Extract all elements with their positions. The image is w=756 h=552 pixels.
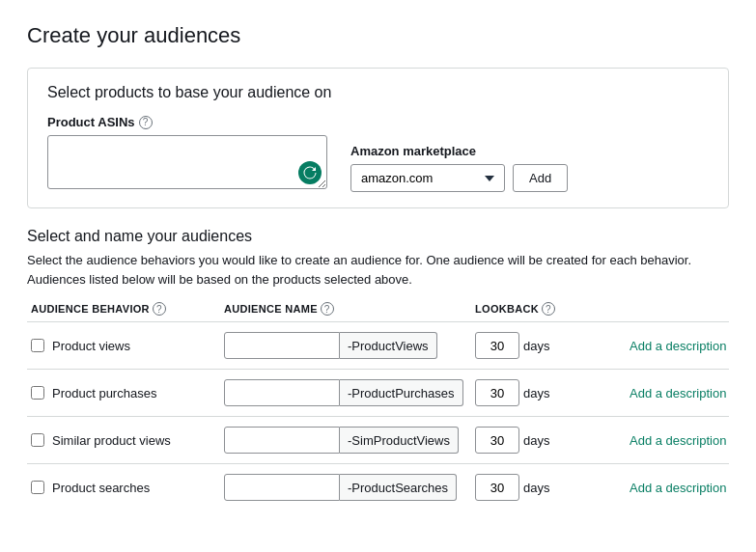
lookback-help-icon[interactable]: ? <box>542 302 555 316</box>
days-label-similar-product-views: days <box>523 433 549 448</box>
behavior-cell-product-searches: Product searches <box>31 481 224 495</box>
name-suffix-similar-product-views: -SimProductViews <box>340 427 459 454</box>
name-input-product-searches[interactable] <box>224 474 340 501</box>
name-input-product-views[interactable] <box>224 332 340 359</box>
behavior-cell-similar-product-views: Similar product views <box>31 433 224 448</box>
marketplace-field-group: Amazon marketplace amazon.com amazon.co.… <box>350 144 568 192</box>
asin-label: Product ASINs ? <box>47 115 327 129</box>
section2-description: Select the audience behaviors you would … <box>27 251 729 289</box>
checkbox-product-purchases[interactable] <box>31 386 44 400</box>
days-label-product-purchases: days <box>523 386 549 400</box>
asin-field-group: Product ASINs ? <box>47 115 327 192</box>
lookback-input-product-searches[interactable] <box>475 474 519 501</box>
add-desc-link-similar-product-views[interactable]: Add a description <box>630 433 726 448</box>
audience-row-product-purchases: Product purchases -ProductPurchases days… <box>27 370 729 417</box>
name-cell-similar-product-views: -SimProductViews <box>224 427 475 454</box>
col-header-desc <box>630 302 725 316</box>
behavior-cell-product-purchases: Product purchases <box>31 386 224 400</box>
asin-row: Product ASINs ? Amazon marketplace <box>47 115 709 192</box>
behavior-cell-product-views: Product views <box>31 339 224 353</box>
name-input-product-purchases[interactable] <box>224 379 340 406</box>
marketplace-select[interactable]: amazon.com amazon.co.uk amazon.de amazon… <box>350 164 505 192</box>
marketplace-row: amazon.com amazon.co.uk amazon.de amazon… <box>350 164 568 192</box>
desc-cell-product-purchases: Add a description <box>630 385 726 400</box>
lookback-cell-product-searches: days <box>475 474 630 501</box>
asin-help-icon[interactable]: ? <box>139 116 153 129</box>
refresh-icon[interactable] <box>298 161 322 184</box>
desc-cell-product-searches: Add a description <box>630 480 726 495</box>
audience-row-product-searches: Product searches -ProductSearches days A… <box>27 464 729 511</box>
col-header-name: AUDIENCE NAME ? <box>224 302 475 316</box>
page-container: Create your audiences Select products to… <box>0 0 756 552</box>
days-label-product-searches: days <box>523 481 549 495</box>
section2-title: Select and name your audiences <box>27 228 729 245</box>
asin-textarea[interactable] <box>47 135 327 189</box>
add-desc-link-product-searches[interactable]: Add a description <box>630 481 726 495</box>
audience-row-product-views: Product views -ProductViews days Add a d… <box>27 322 729 370</box>
checkbox-similar-product-views[interactable] <box>31 433 44 447</box>
desc-cell-similar-product-views: Add a description <box>630 432 726 448</box>
page-title: Create your audiences <box>27 23 729 48</box>
add-button[interactable]: Add <box>513 164 568 192</box>
select-audiences-section: Select and name your audiences Select th… <box>27 228 729 511</box>
asin-input-wrapper <box>47 135 327 192</box>
name-cell-product-views: -ProductViews <box>224 332 475 359</box>
days-label-product-views: days <box>523 339 549 353</box>
name-input-similar-product-views[interactable] <box>224 427 340 454</box>
checkbox-product-views[interactable] <box>31 339 44 352</box>
checkbox-product-searches[interactable] <box>31 481 44 494</box>
select-products-section: Select products to base your audience on… <box>27 68 729 208</box>
add-desc-link-product-purchases[interactable]: Add a description <box>630 386 726 400</box>
behavior-help-icon[interactable]: ? <box>153 302 166 316</box>
lookback-input-similar-product-views[interactable] <box>475 427 519 454</box>
col-header-behavior: AUDIENCE BEHAVIOR ? <box>31 302 224 316</box>
lookback-cell-product-views: days <box>475 332 630 359</box>
name-suffix-product-views: -ProductViews <box>340 332 437 359</box>
lookback-cell-product-purchases: days <box>475 379 630 406</box>
lookback-input-product-purchases[interactable] <box>475 379 519 406</box>
lookback-input-product-views[interactable] <box>475 332 519 359</box>
name-help-icon[interactable]: ? <box>321 302 334 316</box>
name-cell-product-purchases: -ProductPurchases <box>224 379 475 406</box>
audience-row-similar-product-views: Similar product views -SimProductViews d… <box>27 417 729 464</box>
name-cell-product-searches: -ProductSearches <box>224 474 475 501</box>
table-header: AUDIENCE BEHAVIOR ? AUDIENCE NAME ? LOOK… <box>27 302 729 322</box>
name-suffix-product-purchases: -ProductPurchases <box>340 379 463 406</box>
add-desc-link-product-views[interactable]: Add a description <box>630 339 726 353</box>
desc-cell-product-views: Add a description <box>630 338 726 353</box>
col-header-lookback: LOOKBACK ? <box>475 302 630 316</box>
section1-title: Select products to base your audience on <box>47 84 709 101</box>
lookback-cell-similar-product-views: days <box>475 427 630 454</box>
marketplace-label: Amazon marketplace <box>350 144 568 158</box>
name-suffix-product-searches: -ProductSearches <box>340 474 457 501</box>
